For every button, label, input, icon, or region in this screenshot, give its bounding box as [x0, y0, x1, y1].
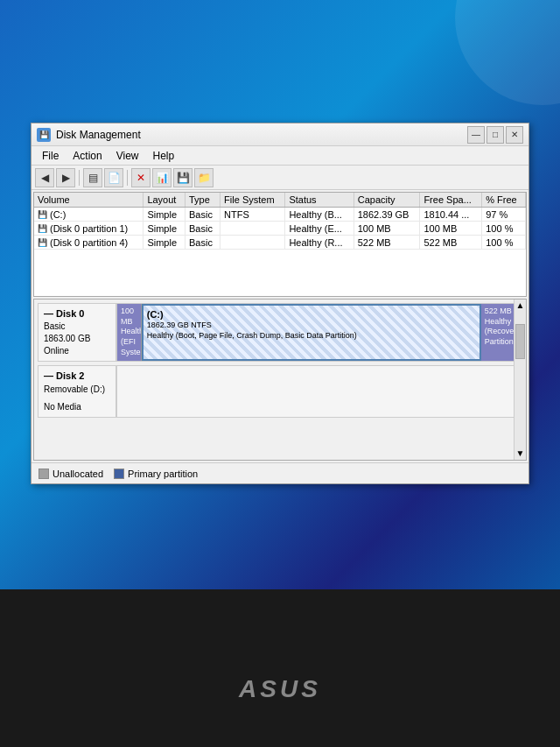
- legend-primary-label: Primary partition: [128, 469, 198, 479]
- col-layout[interactable]: Layout: [144, 193, 186, 208]
- scroll-down-btn[interactable]: ▼: [514, 447, 526, 460]
- asus-logo: ASUS: [239, 675, 321, 703]
- volume-table: Volume Layout Type File System Status Ca…: [34, 193, 526, 250]
- toolbar-sep-2: [127, 170, 128, 186]
- partition-efi[interactable]: 100 MB Healthy (EFI Syster: [117, 304, 142, 361]
- scroll-thumb[interactable]: [515, 324, 525, 359]
- col-capacity[interactable]: Capacity: [354, 193, 420, 208]
- disk-2-name: — Disk 2: [44, 370, 110, 383]
- maximize-button[interactable]: □: [486, 126, 504, 144]
- efi-label: Healthy (EFI Syster: [121, 327, 137, 357]
- volume-table-container[interactable]: Volume Layout Type File System Status Ca…: [33, 192, 527, 297]
- legend-unalloc-label: Unallocated: [52, 469, 103, 479]
- close-button[interactable]: ✕: [506, 126, 523, 144]
- title-bar: 💾 Disk Management — □ ✕: [32, 123, 528, 146]
- disk-management-window: 💾 Disk Management — □ ✕ File Action View…: [31, 123, 529, 484]
- table-row[interactable]: 💾(Disk 0 partition 1)SimpleBasicHealthy …: [34, 222, 526, 236]
- disk-area-scrollbar[interactable]: ▲ ▼: [514, 300, 526, 460]
- legend-unalloc-box: [38, 469, 49, 479]
- c-size: 1862.39 GB NTFS: [147, 321, 476, 331]
- disk-2-info: — Disk 2 Removable (D:) No Media: [38, 365, 116, 417]
- col-type[interactable]: Type: [186, 193, 220, 208]
- menu-file[interactable]: File: [35, 148, 66, 164]
- window-icon: 💾: [37, 128, 51, 142]
- back-button[interactable]: ◀: [35, 168, 54, 187]
- toolbar-btn-2[interactable]: 📄: [104, 168, 123, 187]
- forward-button[interactable]: ▶: [56, 168, 75, 187]
- legend-unallocated: Unallocated: [38, 469, 103, 479]
- disk-0-size: 1863.00 GB: [44, 333, 110, 345]
- col-free[interactable]: Free Spa...: [420, 193, 482, 208]
- scroll-up-btn[interactable]: ▲: [514, 300, 526, 312]
- legend-primary: Primary partition: [114, 469, 198, 479]
- legend-bar: Unallocated Primary partition: [32, 462, 528, 483]
- toolbar-sep-1: [79, 170, 80, 186]
- toolbar-btn-1[interactable]: ▤: [83, 168, 102, 187]
- c-detail: Healthy (Boot, Page File, Crash Dump, Ba…: [147, 331, 476, 342]
- menu-view[interactable]: View: [109, 148, 146, 164]
- menu-bar: File Action View Help: [32, 146, 528, 166]
- disk-0-info: — Disk 0 Basic 1863.00 GB Online: [38, 303, 116, 362]
- col-volume[interactable]: Volume: [34, 193, 144, 208]
- disk-0-partitions: 100 MB Healthy (EFI Syster (C:) 1862.39 …: [116, 303, 522, 362]
- disk-scroll-content: — Disk 0 Basic 1863.00 GB Online 100 MB …: [34, 300, 526, 425]
- disk-graphic-area[interactable]: — Disk 0 Basic 1863.00 GB Online 100 MB …: [33, 299, 527, 461]
- table-row[interactable]: 💾(C:)SimpleBasicNTFSHealthy (B...1862.39…: [34, 208, 526, 222]
- toolbar: ◀ ▶ ▤ 📄 ✕ 📊 💾 📁: [32, 166, 528, 190]
- legend-primary-box: [114, 469, 124, 479]
- monitor-bezel: ASUS: [0, 589, 560, 747]
- toolbar-btn-4[interactable]: 💾: [173, 168, 192, 187]
- disk-2-partitions: [116, 365, 522, 417]
- disk-0-name: — Disk 0: [44, 307, 110, 321]
- disk-2-status: No Media: [44, 401, 110, 413]
- menu-action[interactable]: Action: [66, 148, 108, 164]
- toolbar-btn-delete[interactable]: ✕: [131, 168, 150, 187]
- menu-help[interactable]: Help: [146, 148, 182, 164]
- col-status[interactable]: Status: [285, 193, 354, 208]
- disk-2-row: — Disk 2 Removable (D:) No Media: [38, 365, 522, 417]
- disk-0-type: Basic: [44, 321, 110, 333]
- title-bar-buttons: — □ ✕: [467, 126, 523, 144]
- disk-2-type: Removable (D:): [44, 384, 110, 396]
- efi-size: 100 MB: [121, 307, 137, 327]
- disk-0-status: Online: [44, 345, 110, 357]
- c-label: (C:): [147, 308, 476, 321]
- minimize-button[interactable]: —: [467, 126, 485, 144]
- partition-c[interactable]: (C:) 1862.39 GB NTFS Healthy (Boot, Page…: [142, 304, 481, 361]
- toolbar-btn-3[interactable]: 📊: [152, 168, 172, 187]
- disk-0-row: — Disk 0 Basic 1863.00 GB Online 100 MB …: [38, 303, 522, 362]
- window-title: Disk Management: [56, 129, 467, 141]
- col-fs[interactable]: File System: [220, 193, 285, 208]
- col-pct[interactable]: % Free: [482, 193, 526, 208]
- toolbar-btn-5[interactable]: 📁: [194, 168, 214, 187]
- table-row[interactable]: 💾(Disk 0 partition 4)SimpleBasicHealthy …: [34, 236, 526, 250]
